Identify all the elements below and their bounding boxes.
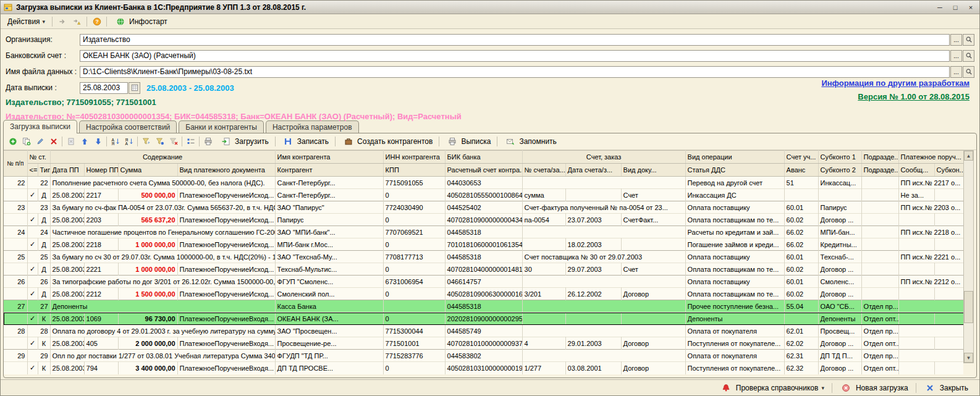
magnifier-icon[interactable]: [963, 66, 974, 78]
cell-checkbox[interactable]: ✓: [27, 362, 38, 374]
cell-empty[interactable]: [4, 337, 27, 350]
help-icon[interactable]: ?: [90, 15, 103, 28]
cell-order-kind[interactable]: Счет: [621, 189, 685, 201]
cell-counterparty-name[interactable]: Санкт-Петербург...: [275, 177, 383, 189]
cell-counterparty-name[interactable]: Касса Банка: [275, 300, 383, 313]
cell-inn[interactable]: 7715300044: [383, 325, 445, 337]
cell-statement-number[interactable]: 26: [27, 276, 50, 288]
table-row-doc-27[interactable]: 2727ДепонентыКасса Банка044585318Прочее …: [4, 300, 963, 313]
cell-message[interactable]: [898, 362, 934, 374]
cell-department2[interactable]: Отдел опт...: [861, 337, 898, 350]
cell-statement-number[interactable]: 23: [27, 201, 50, 214]
cell-settlement-account[interactable]: 40702810900000000434: [445, 214, 522, 226]
table-row-doc-25[interactable]: 2525За бумагу по сч 30 от 29.07.03г. Сум…: [4, 251, 963, 263]
cell-message[interactable]: [898, 263, 934, 276]
cell-row-number[interactable]: 25: [4, 251, 27, 263]
cell-subkonto3[interactable]: [934, 263, 963, 276]
cell-account[interactable]: 66.02: [784, 226, 818, 238]
cell-empty[interactable]: [4, 288, 27, 300]
cell-inn[interactable]: [383, 300, 445, 313]
cell-account[interactable]: 60.01: [784, 276, 818, 288]
cell-subkonto3[interactable]: [934, 337, 963, 350]
cell-empty[interactable]: [4, 263, 27, 276]
cell-department1[interactable]: [861, 201, 898, 214]
cell-bik[interactable]: 044585318: [445, 251, 522, 263]
cell-sum[interactable]: 3 400 000,00: [118, 362, 177, 374]
vertical-scrollbar[interactable]: ▲ ▼: [963, 150, 974, 363]
cell-inn[interactable]: 7708177713: [383, 251, 445, 263]
cell-kpp[interactable]: 0: [383, 263, 445, 276]
cell-sum[interactable]: 96 730,00: [118, 313, 177, 325]
minimize-icon[interactable]: ─: [934, 2, 946, 12]
cell-account-order[interactable]: Счет-фактура полученный № па-0054 от 23.…: [522, 201, 685, 214]
cell-payment-ref[interactable]: [898, 300, 963, 313]
sort-desc-icon[interactable]: ЯА: [122, 135, 135, 148]
set-deletion-mark-icon[interactable]: [64, 135, 77, 148]
cell-dk-type[interactable]: Д: [38, 214, 50, 226]
sort-asc-icon[interactable]: АЯ: [109, 135, 122, 148]
cell-payment-number[interactable]: 2217: [84, 189, 118, 201]
table-row-payment-29[interactable]: ✓К25.08.20037943 400 000,00ПлатежноеПору…: [4, 362, 963, 374]
cell-checkbox[interactable]: ✓: [27, 263, 38, 276]
cell-settlement-account[interactable]: 40702810100000000937: [445, 337, 522, 350]
cell-kpp[interactable]: 771501001: [383, 337, 445, 350]
cell-counterparty[interactable]: МПИ-банк г.Мос...: [275, 238, 383, 251]
cell-payment-number[interactable]: 405: [84, 337, 118, 350]
cell-department2[interactable]: [861, 288, 898, 300]
save-button[interactable]: Записать: [277, 133, 333, 150]
cell-operation-kind[interactable]: Перевод на другой счет: [685, 177, 784, 189]
remember-button[interactable]: Запомнить: [499, 133, 560, 150]
cell-dk-type[interactable]: Д: [38, 263, 50, 276]
cell-row-number[interactable]: 28: [4, 325, 27, 337]
cell-department1[interactable]: [861, 251, 898, 263]
cell-row-number[interactable]: 29: [4, 350, 27, 362]
cell-order-number[interactable]: 30: [522, 263, 565, 276]
cell-settlement-account[interactable]: 40502810555000100864: [445, 189, 522, 201]
scroll-down-icon[interactable]: ▼: [964, 353, 973, 363]
cell-payment-number[interactable]: 2203: [84, 214, 118, 226]
cell-cashflow-item[interactable]: Депоненты: [685, 313, 784, 325]
data-file-input[interactable]: [80, 66, 950, 78]
cell-advance-account[interactable]: [784, 313, 818, 325]
maximize-icon[interactable]: □: [949, 2, 961, 12]
cell-order-kind[interactable]: [621, 238, 685, 251]
table-row-payment-23[interactable]: ✓Д25.08.20032203565 637,20ПлатежноеПоруч…: [4, 214, 963, 226]
cell-kpp[interactable]: 0: [383, 214, 445, 226]
table-row-payment-24[interactable]: ✓Д25.08.200322181 000 000,00ПлатежноеПор…: [4, 238, 963, 251]
cell-counterparty-name[interactable]: ЗАО "Папирус": [275, 201, 383, 214]
goto-select-icon[interactable]: [70, 15, 83, 28]
cell-payment-date[interactable]: 25.08.2003: [50, 362, 84, 374]
filter-by-value-icon[interactable]: [140, 135, 153, 148]
cell-subkonto3[interactable]: [934, 288, 963, 300]
cell-account-order[interactable]: Счет поставщика № 30 от 29.07.2003: [522, 251, 685, 263]
cell-statement-number[interactable]: 25: [27, 251, 50, 263]
scrollbar-thumb[interactable]: [964, 291, 973, 323]
cell-dk-type[interactable]: Д: [38, 238, 50, 251]
cell-payment-ref[interactable]: ПП исх.№ 2218 о...: [898, 226, 963, 238]
cell-content[interactable]: Депоненты: [50, 300, 275, 313]
cell-payment-number[interactable]: 2212: [84, 288, 118, 300]
cell-account-order[interactable]: [522, 226, 685, 238]
cell-counterparty[interactable]: Санкт-Петербург...: [275, 189, 383, 201]
cell-operation-kind[interactable]: Расчеты по кредитам и зай...: [685, 226, 784, 238]
cell-statement-number[interactable]: 22: [27, 177, 50, 189]
cell-account[interactable]: 62.01: [784, 325, 818, 337]
actions-menu-button[interactable]: Действия▾: [4, 15, 49, 28]
cell-content[interactable]: Пополнение расчетного счета Сумма 500000…: [50, 177, 275, 189]
cell-cashflow-item[interactable]: Поступления от покупателе...: [685, 337, 784, 350]
cell-inn[interactable]: 6731006954: [383, 276, 445, 288]
cell-department2[interactable]: Отдел опт...: [861, 362, 898, 374]
cell-payment-date[interactable]: 25.08.2003: [50, 263, 84, 276]
cell-cashflow-item[interactable]: Инкассация ДС: [685, 189, 784, 201]
cell-order-date[interactable]: 26.12.2002: [565, 288, 621, 300]
statement-print-button[interactable]: Выписка: [441, 133, 495, 150]
cell-subkonto2[interactable]: Договор ...: [818, 263, 861, 276]
cell-sum[interactable]: 1 000 000,00: [118, 238, 177, 251]
cell-inn[interactable]: 7715283776: [383, 350, 445, 362]
cell-counterparty[interactable]: Смоленский пол...: [275, 288, 383, 300]
cell-message[interactable]: Не за...: [898, 189, 934, 201]
cell-account[interactable]: 51: [784, 177, 818, 189]
cell-subkonto1[interactable]: Техснаб-...: [818, 251, 861, 263]
cell-account[interactable]: 55.04: [784, 300, 818, 313]
magnifier-icon[interactable]: [963, 34, 974, 46]
